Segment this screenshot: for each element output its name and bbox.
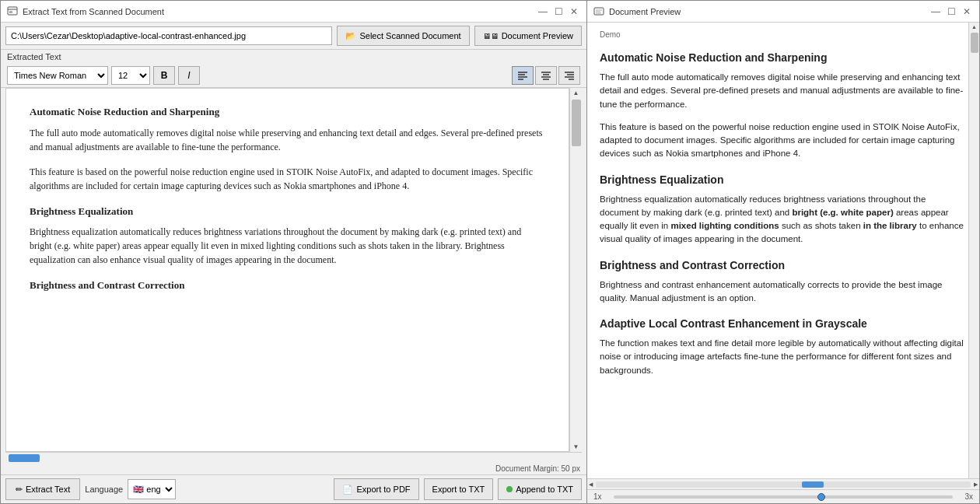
preview-scroll-area[interactable]: Demo Automatic Noise Reduction and Sharp… — [587, 23, 979, 478]
preview-section2-para1: Brightness equalization automatically re… — [600, 193, 967, 247]
align-left-button[interactable] — [512, 66, 534, 85]
zoom-bar: 1x 3x — [587, 489, 979, 503]
right-maximize-button[interactable]: ☐ — [945, 5, 957, 18]
status-text: Document Margin: 50 px — [495, 464, 580, 473]
right-hscroll-right[interactable]: ▶ — [974, 481, 978, 488]
italic-button[interactable]: I — [178, 66, 200, 85]
zoom-thumb[interactable] — [817, 493, 825, 501]
right-window: Document Preview — ☐ ✕ Demo Automatic No… — [587, 0, 980, 504]
right-hscroll-bar[interactable]: ◀ ▶ — [587, 478, 979, 489]
left-title-bar: Extract Text from Scanned Document — ☐ ✕ — [1, 1, 586, 23]
preview-section1-heading: Automatic Noise Reduction and Sharpening — [600, 50, 967, 66]
align-left-icon — [517, 71, 528, 80]
green-dot-icon — [506, 486, 513, 492]
language-selector[interactable]: 🇬🇧 eng 🇩🇪 deu 🇫🇷 fra — [128, 479, 176, 499]
section2-heading: Brightness Equalization — [30, 204, 545, 219]
section2-para1: Brightness equalization automatically re… — [30, 225, 545, 267]
language-dropdown[interactable]: 🇬🇧 eng 🇩🇪 deu 🇫🇷 fra — [128, 479, 176, 499]
svg-rect-0 — [8, 7, 17, 15]
close-button[interactable]: ✕ — [568, 5, 580, 18]
preview-section4-para1: The function makes text and fine detail … — [600, 337, 967, 377]
app-icon — [7, 6, 18, 17]
section1-heading: Automatic Noise Reduction and Sharpening — [30, 104, 545, 120]
pdf-icon: 📄 — [342, 485, 353, 495]
editor-area[interactable]: Automatic Noise Reduction and Sharpening… — [5, 88, 569, 452]
vertical-scrollbar[interactable]: ▲ ▼ — [569, 88, 582, 452]
right-close-button[interactable]: ✕ — [961, 5, 973, 18]
section1-para1: The full auto mode automatically removes… — [30, 126, 545, 154]
right-hscroll-thumb[interactable] — [802, 481, 824, 488]
right-title-controls: — ☐ ✕ — [929, 5, 973, 18]
right-scroll-thumb[interactable] — [971, 33, 978, 53]
export-txt-button[interactable]: Export to TXT — [424, 478, 494, 500]
status-bar: Document Margin: 50 px — [1, 463, 586, 474]
horizontal-scrollbar[interactable] — [5, 452, 582, 463]
editor-content[interactable]: Automatic Noise Reduction and Sharpening… — [6, 89, 569, 315]
document-preview-button[interactable]: 🖥 Document Preview — [474, 26, 582, 46]
zoom-max-label: 3x — [957, 492, 973, 501]
extracted-text-label: Extracted Text — [1, 50, 586, 64]
title-bar-left: Extract Text from Scanned Document — [7, 6, 164, 17]
zoom-min-label: 1x — [593, 492, 609, 501]
align-right-icon — [564, 71, 575, 80]
preview-section3-para1: Brightness and contrast enhancement auto… — [600, 278, 967, 306]
scroll-thumb[interactable] — [572, 100, 581, 146]
preview-content: Automatic Noise Reduction and Sharpening… — [600, 50, 967, 377]
right-hscroll-left[interactable]: ◀ — [589, 481, 593, 488]
align-center-button[interactable] — [535, 66, 557, 85]
preview-section4-heading: Adaptive Local Contrast Enhancement in G… — [600, 316, 967, 332]
preview-section3-heading: Brightness and Contrast Correction — [600, 257, 967, 274]
scroll-up-button[interactable]: ▲ — [572, 88, 581, 98]
minimize-button[interactable]: — — [537, 5, 549, 18]
font-size-select[interactable]: 12 10 14 16 — [111, 66, 150, 85]
select-document-button[interactable]: 📂 Select Scanned Document — [337, 26, 469, 46]
right-scroll-up[interactable]: ▲ — [970, 23, 978, 31]
select-icon: 📂 — [345, 31, 356, 41]
preview-section2-heading: Brightness Equalization — [600, 172, 967, 188]
right-minimize-button[interactable]: — — [929, 5, 942, 18]
export-pdf-button[interactable]: 📄 Export to PDF — [334, 478, 418, 500]
align-center-icon — [541, 71, 551, 80]
preview-icon — [593, 6, 604, 17]
left-window-title: Extract Text from Scanned Document — [23, 7, 164, 16]
top-toolbar: 📂 Select Scanned Document 🖥 Document Pre… — [1, 23, 586, 50]
section3-heading: Brightness and Contrast Correction — [30, 278, 545, 293]
extract-text-button[interactable]: ✏ Extract Text — [5, 478, 80, 500]
right-hscroll-track[interactable] — [596, 481, 971, 488]
pencil-icon: ✏ — [16, 485, 23, 495]
file-path-input[interactable] — [5, 26, 332, 45]
append-txt-button[interactable]: Append to TXT — [498, 478, 582, 500]
scroll-down-button[interactable]: ▼ — [572, 442, 581, 452]
section1-para2: This feature is based on the powerful no… — [30, 165, 545, 193]
align-right-button[interactable] — [558, 66, 580, 85]
bold-button[interactable]: B — [153, 66, 175, 85]
format-toolbar: Times New Roman Arial Calibri 12 10 14 1… — [1, 64, 586, 88]
left-window: Extract Text from Scanned Document — ☐ ✕… — [0, 0, 587, 504]
editor-wrapper: Automatic Noise Reduction and Sharpening… — [5, 88, 582, 452]
alignment-group — [512, 66, 580, 85]
font-family-select[interactable]: Times New Roman Arial Calibri — [7, 66, 108, 85]
right-title-bar: Document Preview — ☐ ✕ — [587, 1, 979, 23]
svg-rect-2 — [9, 11, 12, 13]
bottom-toolbar: ✏ Extract Text Language 🇬🇧 eng 🇩🇪 deu 🇫🇷… — [1, 474, 586, 503]
language-label: Language — [85, 485, 123, 494]
preview-section1-para2: This feature is based on the powerful no… — [600, 121, 967, 161]
monitor-icon: 🖥 — [483, 32, 499, 40]
right-window-title: Document Preview — [609, 7, 681, 16]
maximize-button[interactable]: ☐ — [552, 5, 565, 18]
right-vertical-scrollbar[interactable]: ▲ — [968, 23, 979, 478]
title-bar-controls: — ☐ ✕ — [537, 5, 580, 18]
preview-label: Demo — [600, 30, 967, 39]
hscroll-thumb[interactable] — [9, 454, 40, 462]
preview-section1-para1: The full auto mode automatically removes… — [600, 71, 967, 111]
right-title-left: Document Preview — [593, 6, 681, 17]
zoom-slider[interactable] — [614, 495, 953, 499]
